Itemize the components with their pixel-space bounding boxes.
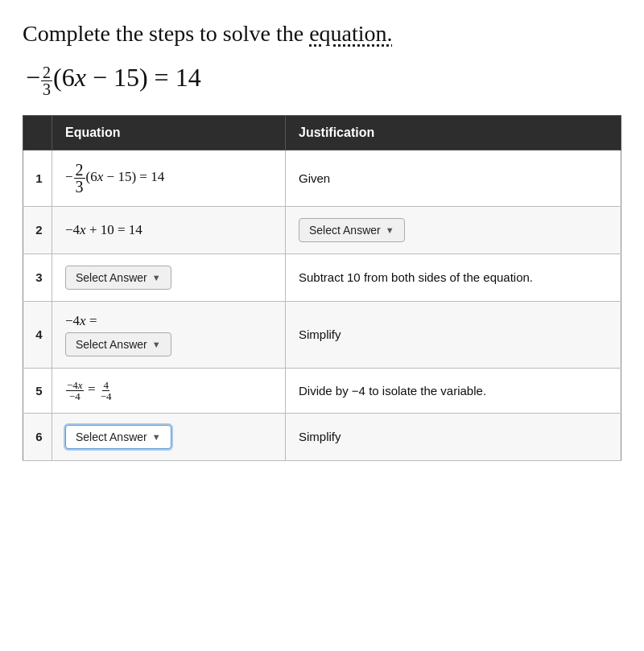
row-num-2: 2 [23, 206, 52, 253]
steps-table: Equation Justification 1 −23(6x − 15) = … [23, 115, 621, 461]
row-3-chevron-icon: ▼ [152, 273, 161, 282]
row-4-equation: −4x = Select Answer ▼ [52, 301, 286, 368]
page-title: Complete the steps to solve the equation… [23, 19, 621, 48]
row-4-select-answer[interactable]: Select Answer ▼ [65, 332, 171, 356]
title-underlined: equation. [309, 21, 392, 46]
table-row: 3 Select Answer ▼ Subtract 10 from both … [23, 253, 621, 301]
row-3-select-answer[interactable]: Select Answer ▼ [65, 266, 171, 290]
row-1-justification: Given [286, 150, 621, 206]
row-num-6: 6 [23, 413, 52, 460]
row-4-select-label: Select Answer [76, 338, 147, 351]
row-2-justification: Select Answer ▼ [286, 206, 621, 253]
row-num-4: 4 [23, 301, 52, 368]
equation-display: −23(6x − 15) = 14 [26, 63, 621, 97]
row-2-select-answer[interactable]: Select Answer ▼ [299, 218, 405, 242]
row-3-justification: Subtract 10 from both sides of the equat… [286, 253, 621, 301]
row-3-equation: Select Answer ▼ [52, 253, 286, 301]
row-5-equation: −4x−4 = 4−4 [52, 368, 286, 413]
row-6-justification: Simplify [286, 413, 621, 460]
row-4-chevron-icon: ▼ [152, 340, 161, 349]
row-5-justification: Divide by −4 to isolate the variable. [286, 368, 621, 413]
table-row: 5 −4x−4 = 4−4 Divide by −4 to isolate th… [23, 368, 621, 413]
table-row: 6 Select Answer ▼ Simplify [23, 413, 621, 460]
row-num-3: 3 [23, 253, 52, 301]
row-6-select-label: Select Answer [76, 431, 147, 443]
row-4-top-text: −4x = [65, 313, 272, 329]
row-4-justification: Simplify [286, 301, 621, 368]
table-row: 2 −4x + 10 = 14 Select Answer ▼ [23, 206, 621, 253]
table-row: 1 −23(6x − 15) = 14 Given [23, 150, 621, 206]
row-3-select-label: Select Answer [76, 271, 147, 284]
row-6-equation: Select Answer ▼ [52, 413, 286, 460]
row-1-equation: −23(6x − 15) = 14 [52, 150, 286, 206]
header-justification-col: Justification [286, 115, 621, 150]
table-header-row: Equation Justification [23, 115, 621, 150]
table-row: 4 −4x = Select Answer ▼ Simplify [23, 301, 621, 368]
title-plain: Complete the steps to solve the [23, 21, 309, 46]
header-num-col [23, 115, 52, 150]
row-6-chevron-icon: ▼ [152, 432, 161, 442]
row-2-chevron-icon: ▼ [386, 225, 394, 235]
header-equation-col: Equation [52, 115, 286, 150]
row-6-select-answer[interactable]: Select Answer ▼ [65, 425, 171, 449]
row-2-equation: −4x + 10 = 14 [52, 206, 286, 253]
row-num-5: 5 [23, 368, 52, 413]
row-num-1: 1 [23, 150, 52, 206]
row-2-select-label: Select Answer [309, 224, 381, 237]
